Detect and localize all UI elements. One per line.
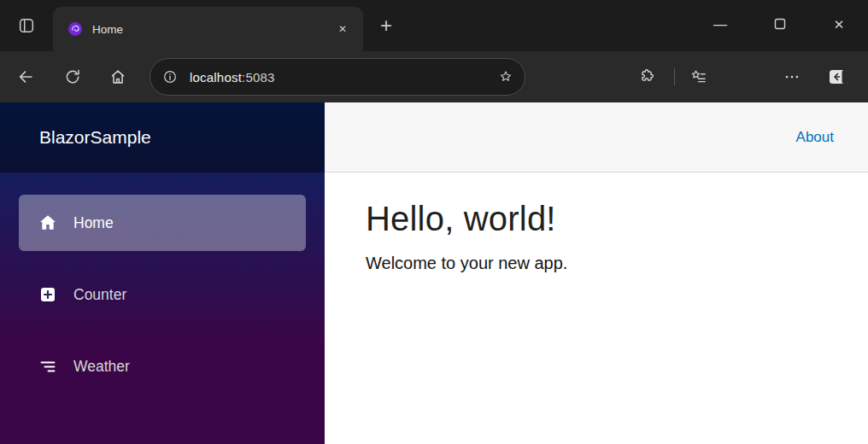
favorite-star-icon[interactable] — [497, 68, 514, 85]
address-host: localhost — [190, 70, 242, 85]
app-sidebar: BlazorSample Home — [0, 102, 325, 444]
ellipsis-icon — [783, 67, 801, 86]
back-button[interactable] — [9, 60, 43, 94]
sidebar-toggle-icon — [828, 67, 850, 87]
tab-title: Home — [92, 23, 332, 36]
address-url: localhost:5083 — [190, 70, 275, 85]
tab-close-icon[interactable]: ✕ — [332, 19, 353, 39]
favorites-button[interactable] — [682, 60, 716, 94]
window-close-button[interactable]: ✕ — [819, 7, 859, 43]
maximize-icon — [774, 18, 786, 32]
address-port: :5083 — [242, 70, 275, 85]
extensions-button[interactable] — [630, 60, 664, 94]
welcome-text: Welcome to your new app. — [366, 254, 827, 273]
app-brand[interactable]: BlazorSample — [39, 127, 151, 148]
web-page: BlazorSample Home — [0, 102, 868, 444]
tab-actions-button[interactable] — [10, 10, 43, 41]
sidebar-item-label: Counter — [73, 286, 126, 304]
sidebar-item-weather[interactable]: Weather — [19, 338, 306, 394]
brand-row: BlazorSample — [0, 102, 325, 172]
main-content: Hello, world! Welcome to your new app. — [325, 172, 868, 301]
about-link[interactable]: About — [796, 129, 834, 146]
settings-more-button[interactable] — [775, 60, 809, 94]
site-info-icon[interactable] — [161, 68, 179, 85]
window-minimize-button[interactable]: — — [701, 7, 740, 43]
sidebar-item-label: Home — [73, 214, 114, 232]
page-title: Hello, world! — [366, 200, 827, 238]
browser-titlebar: Home ✕ + — ✕ — [0, 0, 868, 51]
sidebar-item-label: Weather — [73, 358, 130, 376]
browser-window: Home ✕ + — ✕ — [0, 0, 868, 444]
home-button[interactable] — [101, 60, 135, 94]
tab-actions-icon — [17, 16, 36, 35]
house-icon — [108, 67, 127, 86]
new-tab-button[interactable]: + — [372, 12, 400, 39]
window-maximize-button[interactable] — [760, 7, 800, 43]
extensions-puzzle-icon — [637, 67, 656, 86]
main-top-row: About — [325, 102, 868, 172]
address-bar[interactable]: localhost:5083 — [150, 58, 525, 96]
browser-toolbar: localhost:5083 — [0, 51, 868, 102]
sidebar-nav: Home Counter — [0, 172, 325, 394]
back-arrow-icon — [16, 67, 35, 86]
list-nested-icon — [38, 356, 58, 377]
sidebar-toggle-button[interactable] — [820, 60, 858, 94]
blazor-favicon-icon — [67, 20, 84, 38]
plus-square-icon — [38, 284, 58, 305]
toolbar-separator — [674, 68, 675, 85]
refresh-icon — [63, 67, 82, 86]
main-area: About Hello, world! Welcome to your new … — [325, 102, 868, 444]
browser-tab[interactable]: Home ✕ — [53, 7, 363, 51]
favorites-star-lines-icon — [689, 67, 708, 86]
refresh-button[interactable] — [56, 60, 90, 94]
home-nav-icon — [38, 213, 58, 233]
sidebar-item-counter[interactable]: Counter — [19, 266, 306, 323]
sidebar-item-home[interactable]: Home — [19, 195, 306, 251]
